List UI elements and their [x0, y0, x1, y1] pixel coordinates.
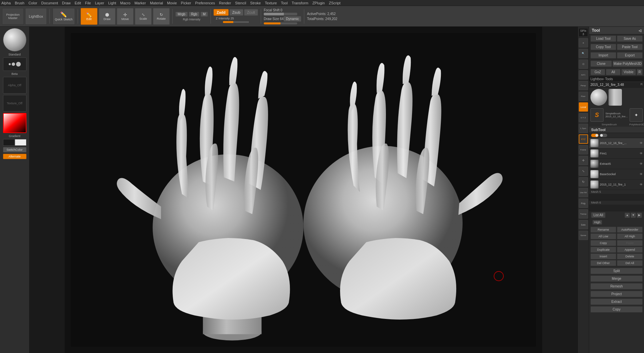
menu-preferences[interactable]: Preferences — [195, 1, 215, 5]
frame-icon-btn[interactable]: Frame — [579, 145, 588, 154]
usefill-icon-btn[interactable]: Use Fill — [579, 188, 588, 197]
append-button[interactable]: Append — [617, 247, 643, 253]
menu-file[interactable]: File — [85, 1, 91, 5]
subtool-eye-4[interactable]: 👁 — [640, 183, 643, 186]
alternate-button[interactable]: Alternate — [3, 154, 26, 159]
lsym-icon-btn[interactable]: L Sym — [579, 124, 588, 133]
m-button[interactable]: M — [200, 12, 208, 17]
texture-box[interactable]: Texture_Off — [3, 95, 26, 112]
menu-color[interactable]: Color — [28, 1, 37, 5]
transp-icon-btn[interactable]: Transp — [579, 209, 588, 219]
tool-ball-preview[interactable] — [590, 89, 607, 106]
menu-movie[interactable]: Movie — [167, 1, 177, 5]
paste-tool-button[interactable]: Paste Tool — [617, 44, 643, 50]
subtool-eye-3[interactable]: 👁 — [640, 172, 643, 176]
move-icon-btn[interactable]: ✛ — [579, 156, 588, 165]
mrgb-button[interactable]: Mrgb — [175, 12, 188, 17]
xpose-icon-btn[interactable]: Xpose — [579, 231, 588, 240]
insert-button[interactable]: Insert — [590, 253, 616, 259]
edit-button[interactable]: ✏️ Edit — [81, 8, 97, 25]
menu-transform[interactable]: Transform — [292, 1, 308, 5]
merge-button[interactable]: Merge — [590, 275, 643, 282]
rename-button[interactable]: Rename — [590, 227, 616, 233]
menu-macro[interactable]: Macro — [120, 1, 131, 5]
local-icon-btn[interactable]: Local — [579, 102, 588, 112]
subtool-toggle[interactable] — [591, 134, 598, 137]
hyz-icon-btn[interactable]: H Y Z — [579, 113, 588, 122]
load-tool-button[interactable]: Load Tool — [590, 35, 616, 42]
color-swatch[interactable] — [3, 113, 26, 133]
subtool-eye-2[interactable]: 👁 — [640, 162, 643, 165]
all-low-button[interactable]: All Low — [590, 233, 616, 239]
rotate-button[interactable]: ↻ Rotate — [153, 8, 170, 25]
draw-size-slider[interactable] — [264, 22, 297, 24]
menu-zplugin[interactable]: ZPlugin — [312, 1, 325, 5]
lightbox-button[interactable]: LightBox — [25, 8, 47, 25]
list-all-button[interactable]: List All — [591, 212, 606, 218]
menu-render[interactable]: Render — [219, 1, 231, 5]
menu-texture[interactable]: Texture — [265, 1, 277, 5]
subtool-item-0[interactable]: 2015_12_16_fire_... 👁 — [589, 138, 644, 148]
menu-layer[interactable]: Layer — [95, 1, 104, 5]
focal-shift-slider[interactable] — [264, 13, 297, 15]
alpha-box[interactable]: Alpha_Off — [3, 77, 26, 94]
z-intensity-slider[interactable] — [223, 21, 249, 23]
persp-icon-btn[interactable]: Persp — [579, 81, 588, 90]
poly-icon-btn[interactable]: Poly — [579, 199, 588, 208]
remesh-button[interactable]: Remesh — [590, 283, 643, 289]
scale-icon-btn[interactable]: ⤡ — [579, 166, 588, 176]
extract-button[interactable]: Extract — [590, 299, 643, 305]
r-button[interactable]: R — [637, 69, 643, 75]
all-high-button[interactable]: All High — [617, 233, 643, 239]
del-other-button[interactable]: Del Other — [590, 260, 616, 266]
gradient-swatch[interactable] — [3, 139, 26, 146]
save-as-button[interactable]: Save As — [617, 35, 643, 42]
copy-subtool-button[interactable]: Copy — [590, 240, 616, 246]
copy-bottom-button[interactable]: Copy — [590, 306, 643, 313]
switch-color-button[interactable]: SwitchColor — [3, 147, 26, 152]
dynamic-button[interactable]: Dynamic — [284, 16, 301, 22]
scale-button[interactable]: ⤡ Scale — [135, 8, 152, 25]
menu-tool[interactable]: Tool — [281, 1, 288, 5]
paste-subtool-button[interactable]: Paste — [617, 240, 643, 246]
clone-button[interactable]: Clone — [590, 61, 612, 67]
menu-edit[interactable]: Edit — [75, 1, 81, 5]
arrow-right-button[interactable]: ▶ — [637, 213, 642, 218]
brush-preview[interactable] — [3, 57, 26, 71]
subtool-item-4[interactable]: 2015_12_11_fire_1 👁 — [589, 180, 644, 190]
xyz-icon-btn[interactable]: XYZ — [579, 134, 588, 144]
auto-reorder-button[interactable]: AutoReorder — [617, 227, 643, 233]
zcult-button[interactable]: Zcult — [244, 9, 258, 16]
polymesh-star-icon[interactable]: ✦ — [630, 108, 643, 122]
quick-sketch-button[interactable]: ✏️ Quick Sketch — [53, 8, 75, 25]
subtool-eye-0[interactable]: 👁 — [640, 141, 643, 145]
simple-brush-icon[interactable]: S — [590, 108, 603, 122]
material-ball[interactable] — [3, 28, 26, 51]
zoom-icon-btn[interactable]: 🔍 — [579, 49, 588, 58]
solo-icon-btn[interactable]: Solo — [579, 220, 588, 229]
menu-zscript[interactable]: ZScript — [329, 1, 340, 5]
lightbox-tools-label[interactable]: Lightbox› Tools — [590, 77, 613, 81]
tool-cylinder-preview[interactable] — [609, 89, 622, 106]
menu-brush[interactable]: Brush — [15, 1, 24, 5]
menu-stroke[interactable]: Stroke — [250, 1, 261, 5]
duplicate-button[interactable]: Duplicate — [590, 247, 616, 253]
arrow-up-button[interactable]: ▲ — [625, 213, 630, 218]
subtool-toggle2[interactable] — [600, 134, 607, 137]
visible-button[interactable]: Visible — [621, 69, 636, 75]
subtool-item-2[interactable]: Extract5 👁 — [589, 159, 644, 169]
menu-document[interactable]: Document — [41, 1, 58, 5]
split-button[interactable]: Split — [590, 268, 643, 274]
move-button[interactable]: ✛ Move — [117, 8, 134, 25]
all-button[interactable]: All — [606, 69, 621, 75]
rotate-icon-btn[interactable]: ↻ — [579, 177, 588, 187]
projection-master-button[interactable]: ProjectionMaster — [2, 8, 24, 25]
collapse-icon[interactable]: ◁ — [639, 29, 641, 32]
del-all-button[interactable]: Del All — [617, 260, 643, 266]
menu-draw[interactable]: Draw — [62, 1, 71, 5]
make-polymesh-button[interactable]: Make PolyMesh3D — [613, 61, 643, 67]
menu-alpha[interactable]: Alpha — [1, 1, 11, 5]
menu-marker[interactable]: Marker — [135, 1, 146, 5]
export-button[interactable]: Export — [617, 52, 643, 58]
zsub-button[interactable]: Zsub — [229, 9, 243, 16]
